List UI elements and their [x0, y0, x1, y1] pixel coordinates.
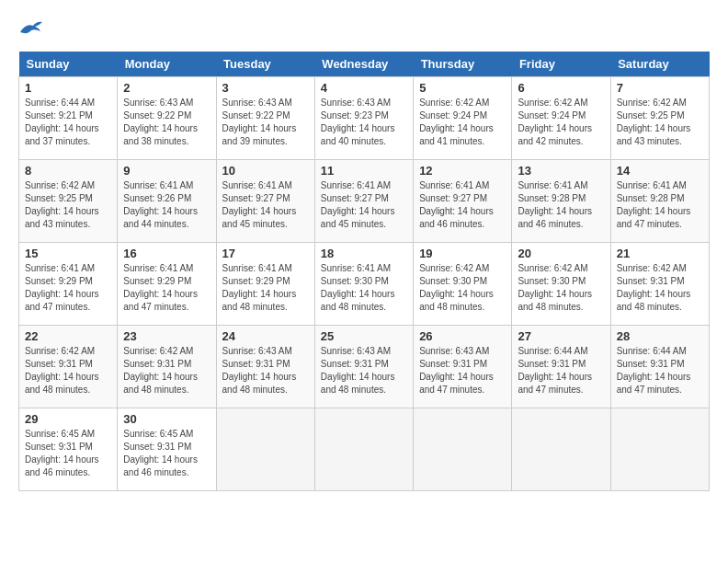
calendar-cell: 28Sunrise: 6:44 AMSunset: 9:31 PMDayligh…: [610, 326, 709, 408]
day-info: Sunrise: 6:41 AMSunset: 9:29 PMDaylight:…: [123, 262, 210, 314]
day-info: Sunrise: 6:41 AMSunset: 9:26 PMDaylight:…: [123, 179, 210, 231]
calendar-cell: 27Sunrise: 6:44 AMSunset: 9:31 PMDayligh…: [512, 326, 610, 408]
day-info: Sunrise: 6:42 AMSunset: 9:25 PMDaylight:…: [617, 97, 703, 148]
calendar-cell: 10Sunrise: 6:41 AMSunset: 9:27 PMDayligh…: [216, 160, 314, 243]
day-info: Sunrise: 6:45 AMSunset: 9:31 PMDaylight:…: [123, 428, 210, 479]
day-info: Sunrise: 6:44 AMSunset: 9:31 PMDaylight:…: [518, 345, 604, 396]
day-number: 21: [617, 247, 703, 260]
calendar-body: 1Sunrise: 6:44 AMSunset: 9:21 PMDaylight…: [19, 77, 710, 491]
day-info: Sunrise: 6:42 AMSunset: 9:31 PMDaylight:…: [123, 345, 210, 396]
calendar-cell: 5Sunrise: 6:42 AMSunset: 9:24 PMDaylight…: [414, 77, 512, 160]
calendar-cell: 16Sunrise: 6:41 AMSunset: 9:29 PMDayligh…: [118, 243, 216, 326]
calendar-cell: 8Sunrise: 6:42 AMSunset: 9:25 PMDaylight…: [19, 160, 118, 243]
calendar-header-row: SundayMondayTuesdayWednesdayThursdayFrid…: [19, 52, 710, 77]
day-info: Sunrise: 6:41 AMSunset: 9:29 PMDaylight:…: [25, 262, 111, 314]
calendar-cell: 1Sunrise: 6:44 AMSunset: 9:21 PMDaylight…: [19, 77, 118, 160]
calendar-header-tuesday: Tuesday: [216, 52, 314, 77]
calendar-cell: [414, 408, 512, 491]
calendar-cell: 23Sunrise: 6:42 AMSunset: 9:31 PMDayligh…: [118, 326, 216, 408]
calendar-cell: 20Sunrise: 6:42 AMSunset: 9:30 PMDayligh…: [512, 243, 610, 326]
day-number: 25: [321, 329, 407, 343]
day-info: Sunrise: 6:43 AMSunset: 9:31 PMDaylight:…: [222, 345, 309, 396]
day-number: 10: [222, 164, 309, 178]
logo-icon: [18, 18, 44, 37]
calendar-cell: 29Sunrise: 6:45 AMSunset: 9:31 PMDayligh…: [19, 408, 118, 491]
day-info: Sunrise: 6:42 AMSunset: 9:30 PMDaylight:…: [518, 262, 604, 314]
day-info: Sunrise: 6:41 AMSunset: 9:29 PMDaylight:…: [222, 262, 309, 314]
day-info: Sunrise: 6:43 AMSunset: 9:31 PMDaylight:…: [321, 345, 407, 396]
calendar-cell: 18Sunrise: 6:41 AMSunset: 9:30 PMDayligh…: [314, 243, 413, 326]
day-info: Sunrise: 6:41 AMSunset: 9:27 PMDaylight:…: [419, 179, 506, 231]
day-info: Sunrise: 6:42 AMSunset: 9:25 PMDaylight:…: [25, 179, 111, 231]
calendar-header-friday: Friday: [512, 52, 610, 77]
day-number: 7: [617, 81, 703, 95]
calendar-header-sunday: Sunday: [19, 52, 118, 77]
day-info: Sunrise: 6:41 AMSunset: 9:27 PMDaylight:…: [222, 179, 309, 231]
calendar-header-saturday: Saturday: [610, 52, 709, 77]
day-number: 18: [321, 247, 407, 260]
day-info: Sunrise: 6:41 AMSunset: 9:28 PMDaylight:…: [518, 179, 604, 231]
calendar-cell: 2Sunrise: 6:43 AMSunset: 9:22 PMDaylight…: [118, 77, 216, 160]
calendar-cell: [610, 408, 709, 491]
logo: [18, 18, 48, 37]
calendar-week-1: 1Sunrise: 6:44 AMSunset: 9:21 PMDaylight…: [19, 77, 710, 160]
day-number: 8: [25, 164, 111, 178]
calendar-table: SundayMondayTuesdayWednesdayThursdayFrid…: [18, 52, 710, 491]
day-info: Sunrise: 6:42 AMSunset: 9:24 PMDaylight:…: [419, 97, 506, 148]
day-number: 11: [321, 164, 407, 178]
day-number: 22: [25, 329, 111, 343]
calendar-cell: 24Sunrise: 6:43 AMSunset: 9:31 PMDayligh…: [216, 326, 314, 408]
calendar-cell: 7Sunrise: 6:42 AMSunset: 9:25 PMDaylight…: [610, 77, 709, 160]
day-info: Sunrise: 6:42 AMSunset: 9:31 PMDaylight:…: [25, 345, 111, 396]
calendar-cell: 11Sunrise: 6:41 AMSunset: 9:27 PMDayligh…: [314, 160, 413, 243]
calendar-cell: 15Sunrise: 6:41 AMSunset: 9:29 PMDayligh…: [19, 243, 118, 326]
day-number: 15: [25, 247, 111, 260]
day-info: Sunrise: 6:43 AMSunset: 9:31 PMDaylight:…: [419, 345, 506, 396]
calendar-week-3: 15Sunrise: 6:41 AMSunset: 9:29 PMDayligh…: [19, 243, 710, 326]
day-number: 12: [419, 164, 506, 178]
day-info: Sunrise: 6:42 AMSunset: 9:30 PMDaylight:…: [419, 262, 506, 314]
day-number: 29: [25, 412, 111, 426]
day-info: Sunrise: 6:43 AMSunset: 9:22 PMDaylight:…: [123, 97, 210, 148]
calendar-cell: 17Sunrise: 6:41 AMSunset: 9:29 PMDayligh…: [216, 243, 314, 326]
calendar-cell: [512, 408, 610, 491]
calendar-cell: 22Sunrise: 6:42 AMSunset: 9:31 PMDayligh…: [19, 326, 118, 408]
day-info: Sunrise: 6:43 AMSunset: 9:22 PMDaylight:…: [222, 97, 309, 148]
day-number: 20: [518, 247, 604, 260]
day-info: Sunrise: 6:41 AMSunset: 9:28 PMDaylight:…: [617, 179, 703, 231]
calendar-week-2: 8Sunrise: 6:42 AMSunset: 9:25 PMDaylight…: [19, 160, 710, 243]
calendar-cell: 14Sunrise: 6:41 AMSunset: 9:28 PMDayligh…: [610, 160, 709, 243]
calendar-cell: [216, 408, 314, 491]
day-number: 1: [25, 81, 111, 95]
header: [18, 18, 710, 37]
day-number: 24: [222, 329, 309, 343]
calendar-cell: 19Sunrise: 6:42 AMSunset: 9:30 PMDayligh…: [414, 243, 512, 326]
calendar-cell: 12Sunrise: 6:41 AMSunset: 9:27 PMDayligh…: [414, 160, 512, 243]
calendar-cell: 9Sunrise: 6:41 AMSunset: 9:26 PMDaylight…: [118, 160, 216, 243]
calendar-cell: 6Sunrise: 6:42 AMSunset: 9:24 PMDaylight…: [512, 77, 610, 160]
calendar-header-wednesday: Wednesday: [314, 52, 413, 77]
day-number: 19: [419, 247, 506, 260]
day-number: 30: [123, 412, 210, 426]
calendar-header-thursday: Thursday: [414, 52, 512, 77]
day-number: 16: [123, 247, 210, 260]
day-number: 23: [123, 329, 210, 343]
calendar-week-4: 22Sunrise: 6:42 AMSunset: 9:31 PMDayligh…: [19, 326, 710, 408]
day-info: Sunrise: 6:44 AMSunset: 9:31 PMDaylight:…: [617, 345, 703, 396]
calendar-cell: 13Sunrise: 6:41 AMSunset: 9:28 PMDayligh…: [512, 160, 610, 243]
day-number: 3: [222, 81, 309, 95]
calendar-cell: 3Sunrise: 6:43 AMSunset: 9:22 PMDaylight…: [216, 77, 314, 160]
day-info: Sunrise: 6:45 AMSunset: 9:31 PMDaylight:…: [25, 428, 111, 479]
calendar-cell: 4Sunrise: 6:43 AMSunset: 9:23 PMDaylight…: [314, 77, 413, 160]
day-number: 26: [419, 329, 506, 343]
calendar-cell: [314, 408, 413, 491]
day-info: Sunrise: 6:41 AMSunset: 9:27 PMDaylight:…: [321, 179, 407, 231]
calendar-cell: 26Sunrise: 6:43 AMSunset: 9:31 PMDayligh…: [414, 326, 512, 408]
day-number: 5: [419, 81, 506, 95]
day-number: 13: [518, 164, 604, 178]
day-info: Sunrise: 6:44 AMSunset: 9:21 PMDaylight:…: [25, 97, 111, 148]
day-number: 27: [518, 329, 604, 343]
calendar-cell: 30Sunrise: 6:45 AMSunset: 9:31 PMDayligh…: [118, 408, 216, 491]
day-info: Sunrise: 6:43 AMSunset: 9:23 PMDaylight:…: [321, 97, 407, 148]
day-info: Sunrise: 6:42 AMSunset: 9:31 PMDaylight:…: [617, 262, 703, 314]
